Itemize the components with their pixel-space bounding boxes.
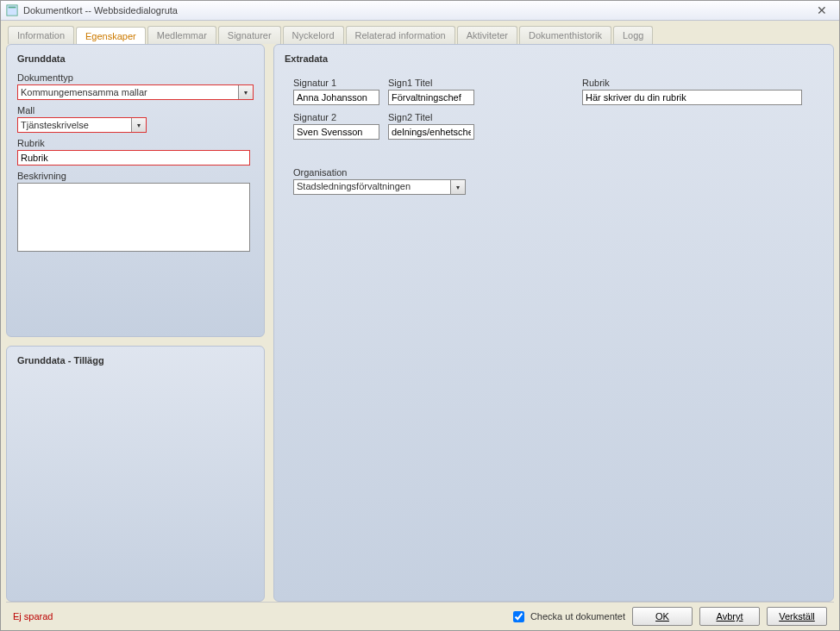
tab-dokumenthistorik[interactable]: Dokumenthistorik (519, 26, 611, 44)
signatur1-field: Signatur 1 (293, 78, 379, 105)
chevron-down-icon: ▾ (131, 118, 146, 132)
body: Information Egenskaper Medlemmar Signatu… (1, 21, 839, 630)
tab-nyckelord[interactable]: Nyckelord (283, 26, 344, 44)
signatur2-input[interactable] (293, 124, 379, 140)
sign2titel-field: Sign2 Titel (388, 112, 474, 140)
sign1titel-label: Sign1 Titel (388, 78, 474, 88)
close-icon[interactable]: ✕ (810, 3, 834, 17)
sign2titel-label: Sign2 Titel (388, 112, 474, 122)
footer-bar: Ej sparad Checka ut dokumentet OK Avbryt… (6, 602, 834, 630)
sign1titel-field: Sign1 Titel (388, 78, 474, 105)
checkout-label-text: Checka ut dokumentet (530, 611, 625, 622)
sign1titel-input[interactable] (388, 90, 474, 105)
ok-button[interactable]: OK (632, 607, 693, 626)
signatur2-label: Signatur 2 (293, 112, 379, 122)
chevron-down-icon: ▾ (450, 180, 465, 194)
chevron-down-icon: ▾ (238, 85, 253, 99)
organisation-label: Organisation (293, 167, 466, 178)
extradata-rubrik-label: Rubrik (582, 78, 802, 88)
tab-relaterad-information[interactable]: Relaterad information (346, 26, 455, 44)
rubrik-input[interactable] (17, 150, 250, 166)
organisation-value: Stadsledningsförvaltningen (297, 181, 411, 191)
cancel-button[interactable]: Avbryt (699, 607, 760, 626)
sign2titel-input[interactable] (388, 124, 474, 140)
tab-aktiviteter[interactable]: Aktiviteter (457, 26, 517, 44)
dokumenttyp-label: Dokumenttyp (17, 72, 254, 83)
extradata-grid: Signatur 1 Sign1 Titel Signatur 2 (285, 71, 823, 590)
mall-select[interactable]: Tjänsteskrivelse ▾ (17, 117, 147, 133)
rubrik-label: Rubrik (17, 138, 254, 148)
extradata-rubrik-input[interactable] (582, 90, 802, 105)
signatur1-input[interactable] (293, 90, 379, 105)
checkout-checkbox-label[interactable]: Checka ut dokumentet (510, 609, 625, 625)
extradata-panel: Extradata Signatur 1 Sign1 Titel Signatu… (273, 44, 834, 602)
window-title: Dokumentkort -- Webbsidedialogruta (23, 5, 178, 16)
dialog-window: Dokumentkort -- Webbsidedialogruta ✕ Inf… (0, 0, 840, 631)
dokumenttyp-value: Kommungemensamma mallar (21, 87, 147, 97)
apply-button[interactable]: Verkställ (767, 607, 827, 626)
extradata-rubrik-field: Rubrik (582, 78, 802, 105)
save-status: Ej sparad (13, 611, 503, 622)
mall-value: Tjänsteskrivelse (21, 120, 89, 130)
grunddata-tillagg-panel: Grunddata - Tillägg (6, 346, 265, 602)
extradata-title: Extradata (285, 53, 823, 64)
left-column: Grunddata Dokumenttyp Kommungemensamma m… (6, 44, 265, 602)
grunddata-tillagg-title: Grunddata - Tillägg (17, 355, 254, 365)
organisation-select[interactable]: Stadsledningsförvaltningen ▾ (293, 179, 466, 195)
grunddata-panel: Grunddata Dokumenttyp Kommungemensamma m… (6, 44, 265, 337)
beskrivning-textarea[interactable] (17, 183, 250, 252)
title-bar: Dokumentkort -- Webbsidedialogruta ✕ (1, 1, 839, 21)
grunddata-title: Grunddata (17, 53, 254, 64)
right-column: Extradata Signatur 1 Sign1 Titel Signatu… (273, 44, 834, 602)
content-area: Grunddata Dokumenttyp Kommungemensamma m… (6, 44, 834, 602)
tab-signaturer[interactable]: Signaturer (218, 26, 281, 44)
tab-strip: Information Egenskaper Medlemmar Signatu… (6, 26, 834, 44)
app-icon (6, 4, 18, 16)
tab-medlemmar[interactable]: Medlemmar (147, 26, 216, 44)
signatur2-field: Signatur 2 (293, 112, 379, 140)
beskrivning-label: Beskrivning (17, 171, 254, 181)
svg-rect-1 (9, 7, 16, 9)
dokumenttyp-select[interactable]: Kommungemensamma mallar ▾ (17, 84, 254, 100)
tab-information[interactable]: Information (8, 26, 74, 44)
signatur1-label: Signatur 1 (293, 78, 379, 88)
tab-egenskaper[interactable]: Egenskaper (76, 27, 146, 45)
checkout-checkbox[interactable] (513, 611, 524, 622)
mall-label: Mall (17, 105, 254, 116)
organisation-field: Organisation Stadsledningsförvaltningen … (293, 167, 466, 195)
tab-logg[interactable]: Logg (613, 26, 653, 44)
